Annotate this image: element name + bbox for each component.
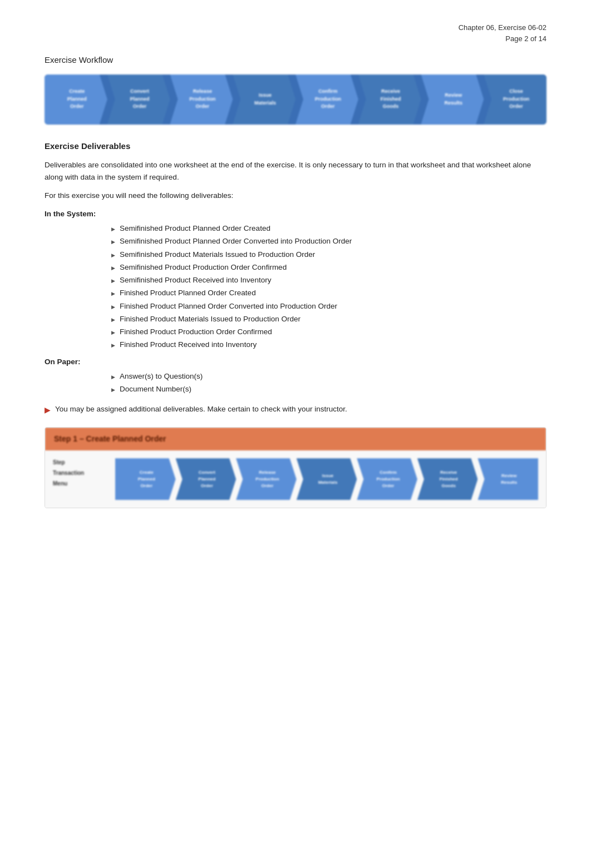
page: Chapter 06, Exercise 06-02 Page 2 of 14 …: [0, 0, 591, 868]
list-item: Answer(s) to Question(s): [111, 371, 546, 382]
on-paper-list: Answer(s) to Question(s)Document Number(…: [111, 371, 546, 395]
workflow-step: Close Production Order: [484, 75, 546, 125]
step-left-item: Step: [53, 458, 109, 467]
step-arrow: Convert Planned Order: [176, 458, 237, 500]
step-arrow: Issue Materials: [297, 458, 357, 500]
workflow-title: Exercise Workflow: [45, 54, 546, 67]
step-arrow: Create Planned Order: [115, 458, 176, 500]
deliverables-para1: Deliverables are consolidated into one w…: [45, 159, 546, 183]
on-paper-label: On Paper:: [45, 356, 546, 368]
note-row: ▶ You may be assigned additional deliver…: [45, 404, 546, 416]
workflow-step: Receive Finished Goods: [358, 75, 421, 125]
list-item: Semifinished Product Production Order Co…: [111, 262, 546, 273]
workflow-step: Release Production Order: [170, 75, 233, 125]
workflow-step: Issue Materials: [233, 75, 296, 125]
deliverables-title: Exercise Deliverables: [45, 140, 546, 153]
step-left-item: Menu: [53, 479, 109, 488]
list-item: Finished Product Planned Order Created: [111, 287, 546, 299]
step-arrows: Create Planned OrderConvert Planned Orde…: [115, 458, 538, 500]
step-arrow: Confirm Production Order: [357, 458, 417, 500]
note-icon: ▶: [45, 404, 51, 416]
list-item: Document Number(s): [111, 384, 546, 395]
header-line2: Page 2 of 14: [45, 33, 546, 44]
step-arrow: Release Production Order: [236, 458, 297, 500]
in-system-list: Semifinished Product Planned Order Creat…: [111, 223, 546, 351]
in-system-label: In the System:: [45, 209, 546, 220]
list-item: Semifinished Product Received into Inven…: [111, 275, 546, 286]
list-item: Semifinished Product Materials Issued to…: [111, 249, 546, 260]
step-body: StepTransactionMenu Create Planned Order…: [45, 450, 546, 508]
step-header: Step 1 – Create Planned Order: [45, 428, 546, 450]
list-item: Semifinished Product Planned Order Creat…: [111, 223, 546, 234]
list-item: Finished Product Materials Issued to Pro…: [111, 314, 546, 325]
deliverables-para2: For this exercise you will need the foll…: [45, 190, 546, 202]
header-line1: Chapter 06, Exercise 06-02: [45, 22, 546, 33]
step-section: Step 1 – Create Planned Order StepTransa…: [45, 427, 546, 508]
step-left: StepTransactionMenu: [53, 458, 109, 500]
workflow-step: Create Planned Order: [45, 75, 107, 125]
note-text: You may be assigned additional deliverab…: [55, 404, 347, 415]
step-left-item: Transaction: [53, 469, 109, 477]
list-item: Finished Product Received into Inventory: [111, 339, 546, 350]
step-arrow: Receive Finished Goods: [417, 458, 478, 500]
workflow-step: Convert Planned Order: [107, 75, 170, 125]
page-header: Chapter 06, Exercise 06-02 Page 2 of 14: [45, 22, 546, 44]
workflow-diagram: Create Planned OrderConvert Planned Orde…: [45, 75, 546, 125]
list-item: Finished Product Production Order Confir…: [111, 326, 546, 338]
list-item: Semifinished Product Planned Order Conve…: [111, 236, 546, 247]
workflow-step: Review Results: [421, 75, 484, 125]
workflow-step: Confirm Production Order: [296, 75, 358, 125]
step-arrow: Review Results: [477, 458, 538, 500]
list-item: Finished Product Planned Order Converted…: [111, 301, 546, 312]
